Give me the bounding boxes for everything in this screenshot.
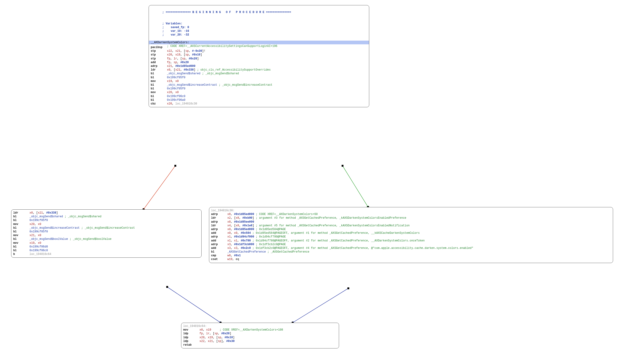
asm-row[interactable]: bl_objc_msgSend$boolValue ; _objc_msgSen… xyxy=(13,237,199,241)
cfg-node-merge[interactable]: loc_194816c64:movx0, x19 ; CODE XREF=__A… xyxy=(181,323,339,348)
asm-row[interactable]: bl_AXSGetCachedPreference ; _AXSGetCache… xyxy=(211,250,611,254)
asm-row[interactable]: cbzx20, loc_194816c30 xyxy=(151,102,367,106)
fn-token: 0x199cf06d0 xyxy=(30,245,48,248)
operands: x19, x0 xyxy=(167,79,179,83)
comment: ; _objc_msgSend$shared xyxy=(63,215,102,218)
gray-token: loc_194816c64 xyxy=(30,253,51,256)
asm-row[interactable]: bl0x199cf06c0 xyxy=(151,95,367,98)
opcode: adrp xyxy=(151,64,167,68)
fn-token: 0x199cf06c0 xyxy=(30,249,48,252)
reg-token: x0 xyxy=(30,211,33,214)
asm-row[interactable]: bl_objc_msgSend$increaseContrast ; _objc… xyxy=(13,226,199,230)
comment: ; CODE XREF=__AXDarkenSystemColors+60 xyxy=(254,213,318,216)
operands: 0x199cf05f0 xyxy=(167,76,185,79)
asm-row[interactable]: stpfp, lr, [sp, #0x20] xyxy=(151,57,367,61)
opcode: retab xyxy=(183,343,200,347)
reg-token: x19 xyxy=(175,53,180,56)
operands: x1, #0x1d94cf000 ; 0x1d94cf780@PAGE xyxy=(227,235,286,239)
fn-token: _objc_msgSend$increaseContrast xyxy=(30,226,80,230)
opcode: ldr xyxy=(211,224,227,227)
opcode: bl xyxy=(13,226,30,230)
asm-row[interactable]: ldrx2, [x8, #0xb90] ; argument #3 for me… xyxy=(211,216,611,220)
reg-token: lr xyxy=(174,57,177,60)
asm-row[interactable]: adrpx1, #0x1d94cf000 ; 0x1d94cf780@PAGE xyxy=(211,235,611,239)
asm-row[interactable]: addx1, x1, #0x780 ; 0x1d94cf780@PAGEOFF,… xyxy=(211,239,611,243)
block-label-selected[interactable]: __AXDarkenSystemColors: xyxy=(149,41,369,44)
asm-row[interactable]: ldrx0, [x21, #0x338] ; objc_cls_ref_Acce… xyxy=(151,68,367,72)
opcode: mov xyxy=(13,241,30,245)
asm-row[interactable]: pacibsp; CODE XREF=__AXSCurrentAccessibi… xyxy=(151,44,367,49)
asm-row[interactable]: adrpx0, #0x1d85ed000 ; 0x1d85ed584@PAGE xyxy=(211,227,611,231)
asm-row[interactable]: retab xyxy=(183,343,336,347)
asm-row[interactable]: bl0x199cf06c0 xyxy=(13,249,199,252)
edge-port xyxy=(166,286,168,288)
cfg-canvas[interactable]: ; =============== B E G I N N I N G O F … xyxy=(0,0,627,364)
opcode: ldr xyxy=(211,216,227,220)
comment: ; _objc_msgSend$increaseContrast xyxy=(80,226,135,230)
asm-row[interactable]: bl_objc_msgSend$shared ; _objc_msgSend$s… xyxy=(151,72,367,75)
asm-row[interactable]: addx0, x0, #0x584 ; 0x1d85ed584@PAGEOFF,… xyxy=(211,231,611,235)
reg-token: x21 xyxy=(30,234,35,237)
reg-token: x0 xyxy=(175,91,179,94)
proc-header-line xyxy=(151,14,367,18)
num-token: #0x20 xyxy=(221,332,230,335)
reg-token: x22 xyxy=(200,340,205,343)
comment: ; 0x1d94cf780@PAGEOFF, argument #2 for m… xyxy=(251,239,425,242)
asm-row[interactable]: bl_objc_msgSend$increaseContrast ; _objc… xyxy=(151,83,367,87)
reg-token: fp xyxy=(167,61,170,64)
reg-token: w19 xyxy=(227,258,232,261)
opcode: bl xyxy=(151,98,167,102)
asm-row[interactable]: ldrx0, [x21, #0x338] xyxy=(13,211,199,215)
cfg-node-entry[interactable]: ; =============== B E G I N N I N G O F … xyxy=(149,5,369,107)
operands: ; CODE XREF=__AXSCurrentAccessibilitySet… xyxy=(167,44,277,48)
asm-row[interactable]: adrpx3, #0x1df3cb000 ; 0x1df3cb2c0@PAGE xyxy=(211,243,611,246)
reg-token: x21 xyxy=(167,64,172,68)
asm-row[interactable]: bl0x199cf05f0 xyxy=(151,76,367,79)
asm-row[interactable]: ldpfp, lr, [sp, #0x20] xyxy=(183,332,336,335)
edge-port xyxy=(174,165,176,167)
asm-row[interactable]: adrpx8, #0x1d85ee000 xyxy=(211,220,611,224)
reg-token: x3 xyxy=(234,247,237,250)
asm-row[interactable]: movx20, x0 xyxy=(13,222,199,226)
asm-row[interactable]: ldpx22, x21, [sp], #0x30 xyxy=(183,339,336,343)
asm-row[interactable]: adrpx8, #0x1d85ed000 ; CODE XREF=__AXDar… xyxy=(211,212,611,216)
comment: ; _objc_msgSend$boolValue xyxy=(68,237,111,241)
asm-row[interactable]: bl0x199cf06a0 xyxy=(151,98,367,102)
asm-row[interactable]: stpx20, x19, [sp, #0x10] xyxy=(151,53,367,57)
opcode: cbz xyxy=(151,102,167,106)
asm-row[interactable]: ldpx20, x19, [sp, #0x10] xyxy=(183,336,336,339)
asm-row[interactable]: stpx22, x21, [sp, #-0x30]! xyxy=(151,49,367,53)
asm-row[interactable]: bl0x199cf05f0 xyxy=(13,218,199,222)
asm-row[interactable]: addfp, sp, #0x20 xyxy=(151,61,367,64)
opcode: mov xyxy=(183,328,200,332)
num-token: #0x10 xyxy=(225,336,233,339)
operands: 0x199cf06a0 xyxy=(167,98,185,102)
reg-token: x19 xyxy=(30,241,35,245)
asm-row[interactable]: bl0x199cf05f0 xyxy=(13,230,199,234)
operands: x4, [x8, #0x1e8] ; argument #5 for metho… xyxy=(227,224,410,227)
reg-token: sp xyxy=(182,57,185,60)
asm-row[interactable]: bl0x199cf06d0 xyxy=(13,245,199,249)
asm-row[interactable]: movx0, x19 ; CODE XREF=__AXDarkenSystemC… xyxy=(183,328,336,332)
asm-row[interactable]: bl_objc_msgSend$shared ; _objc_msgSend$s… xyxy=(13,215,199,218)
asm-row[interactable]: movx20, x0 xyxy=(151,91,367,94)
asm-row[interactable]: adrpx21, #0x1d85ed000 xyxy=(151,64,367,68)
cfg-node-branch-true[interactable]: loc_194816c30:adrpx8, #0x1d85ed000 ; COD… xyxy=(209,207,613,263)
asm-row[interactable]: ldrx4, [x8, #0x1e8] ; argument #5 for me… xyxy=(211,224,611,227)
num-token: #0x30 xyxy=(226,340,235,343)
asm-row[interactable]: movx19, x0 xyxy=(151,79,367,83)
reg-token: fp xyxy=(200,332,203,335)
asm-row[interactable]: bloc_194816c64 xyxy=(13,252,199,256)
asm-row[interactable]: csetw19, eq xyxy=(211,258,611,261)
asm-row[interactable]: addx3, x3, #0x2c0 ; 0x1df3cb2c0@PAGEOFF,… xyxy=(211,246,611,250)
block-label: loc_194816c30: xyxy=(211,209,611,212)
asm-row[interactable]: bl0x199cf05f0 xyxy=(151,87,367,91)
asm-row[interactable]: movx19, x0 xyxy=(13,241,199,245)
comment: ; 0x1df3cb2c0@PAGE xyxy=(254,243,286,246)
asm-row[interactable]: movx21, x0 xyxy=(13,234,199,237)
asm-row[interactable]: cmpw0, #0x1 xyxy=(211,254,611,258)
cfg-node-branch-false[interactable]: ldrx0, [x21, #0x338]bl_objc_msgSend$shar… xyxy=(11,209,202,258)
num-token: #0x2c0 xyxy=(241,247,251,250)
reg-token: sp xyxy=(218,340,221,343)
reg-token: x0 xyxy=(200,328,203,331)
